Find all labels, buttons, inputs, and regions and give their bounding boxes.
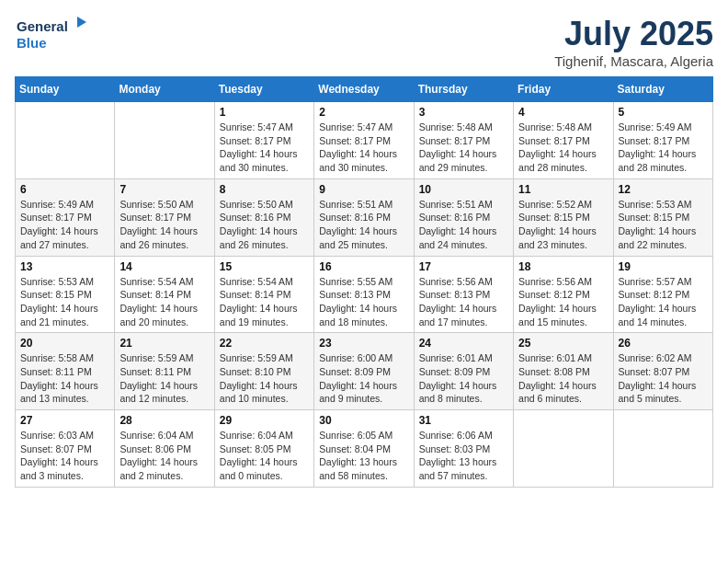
day-info: Sunrise: 5:53 AM Sunset: 8:15 PM Dayligh… — [20, 275, 109, 329]
day-number: 24 — [419, 337, 508, 350]
calendar-cell: 12Sunrise: 5:53 AM Sunset: 8:15 PM Dayli… — [613, 178, 712, 256]
calendar-cell: 11Sunrise: 5:52 AM Sunset: 8:15 PM Dayli… — [514, 178, 613, 256]
day-info: Sunrise: 6:01 AM Sunset: 8:09 PM Dayligh… — [419, 351, 508, 406]
calendar-week-2: 6Sunrise: 5:49 AM Sunset: 8:17 PM Daylig… — [16, 178, 713, 256]
day-number: 28 — [119, 414, 209, 427]
day-number: 26 — [619, 337, 708, 350]
day-info: Sunrise: 5:51 AM Sunset: 8:16 PM Dayligh… — [419, 198, 508, 252]
day-number: 22 — [220, 337, 309, 350]
calendar-cell: 23Sunrise: 6:00 AM Sunset: 8:09 PM Dayli… — [314, 333, 414, 410]
calendar-cell — [115, 102, 214, 179]
day-info: Sunrise: 5:52 AM Sunset: 8:15 PM Dayligh… — [518, 198, 608, 252]
day-number: 12 — [619, 183, 708, 196]
day-number: 6 — [20, 183, 109, 196]
calendar-week-4: 20Sunrise: 5:58 AM Sunset: 8:11 PM Dayli… — [16, 333, 713, 410]
day-info: Sunrise: 5:59 AM Sunset: 8:11 PM Dayligh… — [119, 351, 209, 406]
calendar-cell: 24Sunrise: 6:01 AM Sunset: 8:09 PM Dayli… — [414, 333, 513, 410]
calendar-cell: 19Sunrise: 5:57 AM Sunset: 8:12 PM Dayli… — [613, 256, 712, 333]
day-number: 16 — [319, 260, 408, 273]
day-info: Sunrise: 5:50 AM Sunset: 8:17 PM Dayligh… — [119, 198, 209, 252]
day-info: Sunrise: 5:56 AM Sunset: 8:12 PM Dayligh… — [518, 275, 608, 329]
weekday-header-sunday: Sunday — [16, 77, 115, 102]
calendar-cell: 1Sunrise: 5:47 AM Sunset: 8:17 PM Daylig… — [214, 102, 313, 179]
day-number: 29 — [220, 414, 309, 427]
day-number: 15 — [220, 260, 309, 273]
page-header: General Blue July 2025 Tighenif, Mascara… — [15, 15, 713, 69]
day-info: Sunrise: 5:55 AM Sunset: 8:13 PM Dayligh… — [319, 275, 408, 329]
calendar-cell: 25Sunrise: 6:01 AM Sunset: 8:08 PM Dayli… — [514, 333, 613, 410]
svg-marker-1 — [77, 17, 86, 28]
calendar-cell: 21Sunrise: 5:59 AM Sunset: 8:11 PM Dayli… — [115, 333, 214, 410]
day-info: Sunrise: 6:06 AM Sunset: 8:03 PM Dayligh… — [419, 429, 508, 483]
day-info: Sunrise: 6:00 AM Sunset: 8:09 PM Dayligh… — [319, 351, 408, 406]
day-number: 1 — [220, 106, 309, 119]
day-info: Sunrise: 6:02 AM Sunset: 8:07 PM Dayligh… — [619, 351, 708, 406]
day-info: Sunrise: 6:04 AM Sunset: 8:05 PM Dayligh… — [220, 429, 309, 483]
location: Tighenif, Mascara, Algeria — [554, 53, 713, 69]
calendar-cell: 16Sunrise: 5:55 AM Sunset: 8:13 PM Dayli… — [314, 256, 414, 333]
calendar-header-row: SundayMondayTuesdayWednesdayThursdayFrid… — [16, 77, 713, 102]
calendar-cell: 20Sunrise: 5:58 AM Sunset: 8:11 PM Dayli… — [16, 333, 115, 410]
day-info: Sunrise: 6:05 AM Sunset: 8:04 PM Dayligh… — [319, 429, 408, 483]
day-info: Sunrise: 5:54 AM Sunset: 8:14 PM Dayligh… — [220, 275, 309, 329]
svg-text:Blue: Blue — [17, 35, 47, 51]
day-number: 30 — [319, 414, 408, 427]
weekday-header-wednesday: Wednesday — [314, 77, 414, 102]
calendar-cell: 2Sunrise: 5:47 AM Sunset: 8:17 PM Daylig… — [314, 102, 414, 179]
logo-svg: General Blue — [15, 15, 88, 53]
day-number: 4 — [518, 106, 608, 119]
calendar-cell: 8Sunrise: 5:50 AM Sunset: 8:16 PM Daylig… — [214, 178, 313, 256]
day-number: 25 — [518, 337, 608, 350]
day-number: 14 — [119, 260, 209, 273]
calendar-cell: 29Sunrise: 6:04 AM Sunset: 8:05 PM Dayli… — [214, 410, 313, 488]
day-info: Sunrise: 5:51 AM Sunset: 8:16 PM Dayligh… — [319, 198, 408, 252]
day-number: 20 — [20, 337, 109, 350]
day-info: Sunrise: 5:58 AM Sunset: 8:11 PM Dayligh… — [20, 351, 109, 406]
weekday-header-tuesday: Tuesday — [214, 77, 313, 102]
day-number: 13 — [20, 260, 109, 273]
calendar-cell — [514, 410, 613, 488]
day-info: Sunrise: 6:03 AM Sunset: 8:07 PM Dayligh… — [20, 429, 109, 483]
day-number: 10 — [419, 183, 508, 196]
calendar-cell: 15Sunrise: 5:54 AM Sunset: 8:14 PM Dayli… — [214, 256, 313, 333]
day-info: Sunrise: 5:48 AM Sunset: 8:17 PM Dayligh… — [419, 121, 508, 175]
day-info: Sunrise: 5:53 AM Sunset: 8:15 PM Dayligh… — [619, 198, 708, 252]
svg-text:General: General — [17, 18, 68, 34]
day-info: Sunrise: 5:49 AM Sunset: 8:17 PM Dayligh… — [20, 198, 109, 252]
weekday-header-friday: Friday — [514, 77, 613, 102]
calendar-cell: 26Sunrise: 6:02 AM Sunset: 8:07 PM Dayli… — [613, 333, 712, 410]
weekday-header-saturday: Saturday — [613, 77, 712, 102]
calendar-cell: 22Sunrise: 5:59 AM Sunset: 8:10 PM Dayli… — [214, 333, 313, 410]
day-info: Sunrise: 5:59 AM Sunset: 8:10 PM Dayligh… — [220, 351, 309, 406]
day-number: 23 — [319, 337, 408, 350]
day-info: Sunrise: 5:47 AM Sunset: 8:17 PM Dayligh… — [319, 121, 408, 175]
calendar-table: SundayMondayTuesdayWednesdayThursdayFrid… — [15, 76, 713, 488]
calendar-week-1: 1Sunrise: 5:47 AM Sunset: 8:17 PM Daylig… — [16, 102, 713, 179]
calendar-cell: 13Sunrise: 5:53 AM Sunset: 8:15 PM Dayli… — [16, 256, 115, 333]
day-number: 27 — [20, 414, 109, 427]
day-info: Sunrise: 5:50 AM Sunset: 8:16 PM Dayligh… — [220, 198, 309, 252]
calendar-cell: 7Sunrise: 5:50 AM Sunset: 8:17 PM Daylig… — [115, 178, 214, 256]
day-number: 18 — [518, 260, 608, 273]
calendar-cell: 31Sunrise: 6:06 AM Sunset: 8:03 PM Dayli… — [414, 410, 513, 488]
calendar-cell: 18Sunrise: 5:56 AM Sunset: 8:12 PM Dayli… — [514, 256, 613, 333]
month-title: July 2025 — [554, 15, 713, 53]
calendar-cell: 5Sunrise: 5:49 AM Sunset: 8:17 PM Daylig… — [613, 102, 712, 179]
day-number: 11 — [518, 183, 608, 196]
logo: General Blue — [15, 15, 88, 53]
day-info: Sunrise: 5:47 AM Sunset: 8:17 PM Dayligh… — [220, 121, 309, 175]
day-number: 17 — [419, 260, 508, 273]
calendar-cell: 9Sunrise: 5:51 AM Sunset: 8:16 PM Daylig… — [314, 178, 414, 256]
calendar-cell — [613, 410, 712, 488]
calendar-cell: 4Sunrise: 5:48 AM Sunset: 8:17 PM Daylig… — [514, 102, 613, 179]
calendar-week-5: 27Sunrise: 6:03 AM Sunset: 8:07 PM Dayli… — [16, 410, 713, 488]
day-number: 31 — [419, 414, 508, 427]
day-info: Sunrise: 5:57 AM Sunset: 8:12 PM Dayligh… — [619, 275, 708, 329]
calendar-week-3: 13Sunrise: 5:53 AM Sunset: 8:15 PM Dayli… — [16, 256, 713, 333]
day-info: Sunrise: 6:04 AM Sunset: 8:06 PM Dayligh… — [119, 429, 209, 483]
day-number: 9 — [319, 183, 408, 196]
calendar-cell: 6Sunrise: 5:49 AM Sunset: 8:17 PM Daylig… — [16, 178, 115, 256]
day-info: Sunrise: 5:48 AM Sunset: 8:17 PM Dayligh… — [518, 121, 608, 175]
calendar-cell: 28Sunrise: 6:04 AM Sunset: 8:06 PM Dayli… — [115, 410, 214, 488]
calendar-cell: 14Sunrise: 5:54 AM Sunset: 8:14 PM Dayli… — [115, 256, 214, 333]
